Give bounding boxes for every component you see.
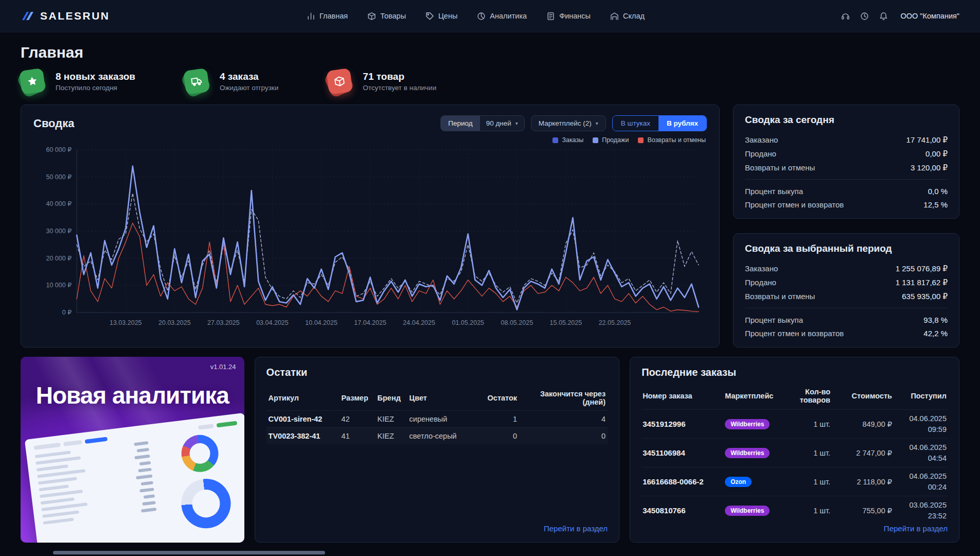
nav-label: Финансы [559,12,591,20]
svg-text:10.04.2025: 10.04.2025 [305,319,337,326]
legend-swatch [593,137,598,143]
svg-text:24.04.2025: 24.04.2025 [403,319,435,326]
promo-big-donut [179,476,234,531]
header-right: ООО "Компания" [841,12,959,21]
svg-text:15.05.2025: 15.05.2025 [550,319,582,326]
nav-item-prices[interactable]: Цены [425,12,457,21]
summary-value: 635 935,00 ₽ [902,292,948,301]
nav-label: Товары [380,12,406,20]
summary-value: 12,5 % [923,200,948,209]
nav-item-analytics[interactable]: Аналитика [477,12,527,21]
promo-version: v1.01.24 [210,363,236,371]
summary-label: Возвраты и отмены [745,292,815,301]
summary-value: 0,0 % [928,187,948,196]
svg-text:13.03.2025: 13.03.2025 [110,319,142,326]
period-summary-card: Сводка за выбранный период Заказано1 255… [733,233,959,348]
stat-value: 4 заказа [220,71,278,82]
units-rubles-button[interactable]: В рублях [658,116,706,131]
package-icon [328,70,351,93]
stat-out-of-stock[interactable]: 71 товар Отсутствует в наличии [328,70,436,93]
order-date: 03.06.202523:52 [893,497,948,524]
nav-label: Главная [319,12,348,20]
legend-sales[interactable]: Продажи [593,136,629,144]
line-chart[interactable]: 0 ₽10 000 ₽20 000 ₽30 000 ₽40 000 ₽50 00… [33,146,707,337]
svg-text:27.03.2025: 27.03.2025 [207,319,240,326]
nav-item-products[interactable]: Товары [367,12,406,21]
pie-chart-icon [477,12,486,21]
bar-chart-icon [307,12,315,21]
nav-item-warehouse[interactable]: Склад [610,12,645,21]
marketplace-select[interactable]: Маркетплейс (2) ▾ [531,115,606,131]
stat-awaiting-shipment[interactable]: 4 заказа Ожидают отгрузки [185,70,278,93]
truck-icon [185,70,208,93]
summary-chart-card: Сводка Период 90 дней ▾ Маркетплейс (2) … [21,105,720,348]
svg-text:01.05.2025: 01.05.2025 [452,319,484,326]
notifications-icon[interactable] [879,12,888,21]
summary-value: 1 255 076,89 ₽ [896,264,948,273]
period-select[interactable]: Период 90 дней ▾ [440,115,525,131]
promo-title: Новая аналитика [21,381,244,409]
order-row[interactable]: 3451106984 Wildberries 1 шт. 2 747,00 ₽ … [642,438,948,467]
order-row[interactable]: 16616688-0066-2 Ozon 1 шт. 2 118,00 ₽ 04… [642,467,948,496]
table-row[interactable]: CV001-siren-42 42 KIEZ сиреневый 1 4 [266,410,608,427]
marketplace-value: Маркетплейс (2) [539,119,592,127]
summary-label: Возвраты и отмены [745,163,815,172]
svg-text:30 000 ₽: 30 000 ₽ [46,228,72,235]
summary-value: 93,8 % [923,316,948,324]
svg-text:50 000 ₽: 50 000 ₽ [46,173,72,181]
company-selector[interactable]: ООО "Компания" [900,12,959,20]
units-pieces-button[interactable]: В штуках [613,116,658,131]
nav-item-home[interactable]: Главная [307,12,348,21]
nav-label: Склад [623,12,645,20]
stat-caption: Отсутствует в наличии [363,84,436,92]
history-icon[interactable] [860,12,869,21]
summary-label: Процент отмен и возвратов [745,329,844,338]
legend-returns[interactable]: Возвраты и отмены [638,136,706,144]
page-content: Главная 8 новых заказов Поступило сегодн… [0,32,980,543]
stock-section-link[interactable]: Перейти в раздел [544,524,608,533]
svg-text:10 000 ₽: 10 000 ₽ [46,282,72,289]
orders-section-link[interactable]: Перейти в раздел [884,524,948,533]
marketplace-badge: Wildberries [725,448,770,458]
svg-text:0 ₽: 0 ₽ [62,309,72,316]
promo-screenshot [24,412,244,543]
svg-text:17.04.2025: 17.04.2025 [354,319,386,326]
summary-value: 42,2 % [923,329,948,338]
order-date: 04.06.202509:59 [893,410,948,438]
order-date: 04.06.202504:54 [893,439,948,466]
summary-value: 17 741,00 ₽ [906,135,948,145]
period-value: 90 дней [486,119,511,127]
legend-swatch [638,137,644,143]
summary-value: 0,00 ₽ [925,149,948,159]
brand-name: SALESRUN [40,10,110,22]
orders-table: Номер заказа Маркетплейс Кол-во товаров … [642,386,948,524]
horizontal-scrollbar[interactable] [53,551,325,554]
card-title: Сводка за выбранный период [745,243,948,254]
promo-mini-donut [179,432,220,474]
summary-label: Процент выкупа [745,316,803,324]
chevron-down-icon: ▾ [596,120,598,126]
svg-text:03.04.2025: 03.04.2025 [256,319,289,326]
star-icon [21,70,44,93]
nav-label: Цены [438,12,457,20]
nav-item-finance[interactable]: Финансы [546,12,591,21]
last-orders-card: Последние заказы Номер заказа Маркетплей… [630,357,959,543]
summary-label: Продано [745,278,776,287]
stat-new-orders[interactable]: 8 новых заказов Поступило сегодня [21,70,135,93]
marketplace-badge: Wildberries [725,419,770,429]
support-icon[interactable] [841,12,850,21]
top-navigation-bar: SALESRUN Главная Товары Цены Аналитика Ф… [0,0,980,32]
brand-logo[interactable]: SALESRUN [21,10,110,22]
summary-label: Продано [745,149,776,159]
summary-label: Заказано [745,135,778,145]
period-label: Период [441,116,479,131]
warehouse-icon [610,12,619,21]
legend-orders[interactable]: Заказы [553,136,583,144]
order-row[interactable]: 3450810766 Wildberries 1 шт. 755,00 ₽ 03… [642,496,948,524]
chart-title: Сводка [33,117,74,130]
summary-label: Процент выкупа [745,187,803,196]
order-row[interactable]: 3451912996 Wildberries 1 шт. 849,00 ₽ 04… [642,409,948,438]
table-row[interactable]: TV0023-382-41 41 KIEZ светло-серый 0 0 [266,427,608,444]
chevron-down-icon: ▾ [515,120,518,126]
promo-banner[interactable]: v1.01.24 Новая аналитика [21,357,244,543]
